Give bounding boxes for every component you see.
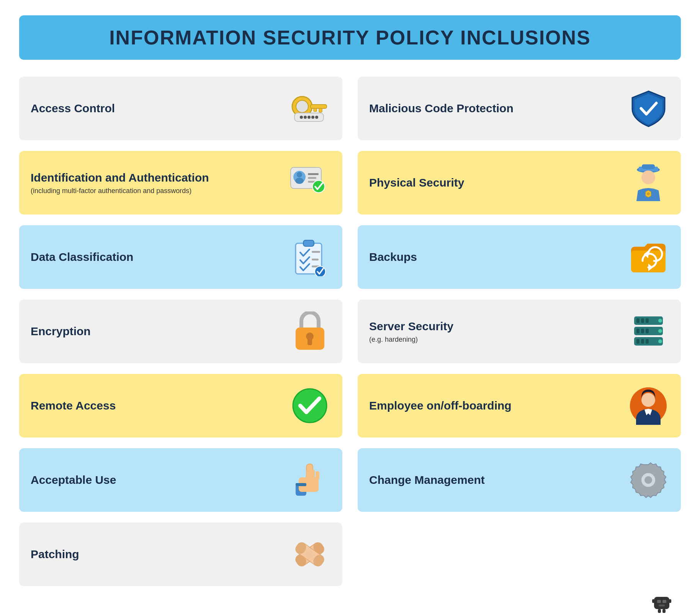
svg-point-14 bbox=[295, 178, 304, 184]
card-access-control: Access Control bbox=[19, 77, 342, 140]
card-physical-security: Physical Security bbox=[358, 151, 681, 215]
cards-grid: Access Control Mal bbox=[19, 77, 681, 586]
gear-icon bbox=[627, 459, 669, 501]
card-title-server-security: Server Security bbox=[369, 319, 627, 333]
clipboard-check-icon bbox=[289, 236, 331, 278]
svg-point-18 bbox=[312, 180, 325, 193]
card-title-malicious-code: Malicious Code Protection bbox=[369, 102, 627, 115]
svg-point-47 bbox=[658, 339, 662, 343]
svg-point-6 bbox=[300, 116, 303, 119]
svg-rect-49 bbox=[641, 339, 644, 344]
card-malicious-code: Malicious Code Protection bbox=[358, 77, 681, 140]
svg-point-22 bbox=[641, 170, 655, 184]
card-title-identification: Identification and Authentication bbox=[31, 171, 289, 185]
svg-point-42 bbox=[658, 329, 662, 333]
svg-point-13 bbox=[297, 172, 302, 177]
svg-point-37 bbox=[658, 319, 662, 323]
card-title-patching: Patching bbox=[31, 547, 289, 561]
card-title-access-control: Access Control bbox=[31, 102, 289, 115]
card-title-acceptable-use: Acceptable Use bbox=[31, 473, 289, 487]
card-data-classification: Data Classification bbox=[19, 225, 342, 289]
svg-rect-82 bbox=[652, 599, 654, 603]
svg-rect-2 bbox=[311, 105, 327, 108]
svg-rect-4 bbox=[314, 108, 317, 111]
svg-rect-58 bbox=[316, 471, 319, 480]
svg-point-1 bbox=[296, 100, 308, 113]
card-title-change-management: Change Management bbox=[369, 473, 627, 487]
svg-rect-3 bbox=[319, 108, 322, 112]
card-title-remote-access: Remote Access bbox=[31, 399, 289, 413]
svg-rect-83 bbox=[669, 599, 671, 603]
card-subtitle-server-security: (e.g. hardening) bbox=[369, 336, 627, 344]
svg-rect-60 bbox=[296, 483, 306, 486]
green-check-lock-icon bbox=[289, 385, 331, 427]
padlock-icon bbox=[289, 310, 331, 352]
key-icon bbox=[289, 87, 331, 129]
card-identification: Identification and Authentication (inclu… bbox=[19, 151, 342, 215]
card-title-physical-security: Physical Security bbox=[369, 176, 627, 190]
card-title-employee-onboarding: Employee on/off-boarding bbox=[369, 399, 627, 413]
card-title-backups: Backups bbox=[369, 250, 627, 264]
card-patching: Patching bbox=[19, 523, 342, 586]
svg-point-8 bbox=[307, 116, 311, 119]
svg-rect-84 bbox=[658, 609, 661, 613]
svg-point-10 bbox=[315, 116, 318, 119]
svg-point-51 bbox=[293, 389, 327, 423]
card-backups: Backups bbox=[358, 225, 681, 289]
employee-avatar-icon bbox=[627, 385, 669, 427]
brand-logo-icon bbox=[650, 594, 673, 615]
svg-point-23 bbox=[647, 192, 650, 195]
shield-check-icon bbox=[627, 87, 669, 129]
svg-rect-25 bbox=[303, 240, 314, 246]
svg-rect-16 bbox=[308, 177, 316, 179]
svg-point-9 bbox=[311, 116, 314, 119]
card-employee-onboarding: Employee on/off-boarding bbox=[358, 374, 681, 437]
svg-rect-57 bbox=[311, 470, 315, 479]
svg-point-53 bbox=[641, 393, 655, 407]
svg-point-62 bbox=[644, 476, 652, 484]
svg-rect-80 bbox=[662, 600, 666, 603]
bandaid-icon bbox=[289, 533, 331, 575]
svg-rect-81 bbox=[659, 605, 665, 606]
folder-sync-icon bbox=[627, 236, 669, 278]
svg-rect-27 bbox=[312, 259, 319, 260]
svg-rect-56 bbox=[306, 470, 310, 479]
footer-logo bbox=[19, 594, 681, 615]
svg-point-29 bbox=[315, 266, 325, 276]
header-banner: INFORMATION SECURITY POLICY INCLUSIONS bbox=[19, 15, 681, 60]
card-server-security: Server Security (e.g. hardening) bbox=[358, 300, 681, 363]
svg-rect-78 bbox=[654, 597, 669, 609]
thumbs-up-icon bbox=[289, 459, 331, 501]
officer-icon bbox=[627, 162, 669, 204]
svg-rect-39 bbox=[641, 318, 644, 323]
card-remote-access: Remote Access bbox=[19, 374, 342, 437]
svg-rect-85 bbox=[662, 609, 666, 613]
page-title: INFORMATION SECURITY POLICY INCLUSIONS bbox=[27, 26, 673, 49]
svg-rect-26 bbox=[312, 251, 320, 253]
svg-rect-44 bbox=[641, 329, 644, 333]
svg-rect-45 bbox=[646, 329, 649, 333]
card-encryption: Encryption bbox=[19, 300, 342, 363]
svg-rect-79 bbox=[657, 600, 661, 603]
card-acceptable-use: Acceptable Use bbox=[19, 448, 342, 512]
svg-rect-48 bbox=[636, 339, 639, 344]
svg-rect-21 bbox=[642, 164, 655, 169]
svg-rect-50 bbox=[646, 339, 649, 344]
card-change-management: Change Management bbox=[358, 448, 681, 512]
card-title-encryption: Encryption bbox=[31, 324, 289, 338]
svg-rect-38 bbox=[636, 318, 639, 323]
svg-point-7 bbox=[304, 116, 307, 119]
card-title-data-classification: Data Classification bbox=[31, 250, 289, 264]
id-card-icon bbox=[289, 162, 331, 204]
svg-rect-15 bbox=[308, 173, 319, 175]
svg-rect-40 bbox=[646, 318, 649, 323]
svg-rect-43 bbox=[636, 329, 639, 333]
server-stack-icon bbox=[627, 310, 669, 352]
card-subtitle-identification: (including multi-factor authentication a… bbox=[31, 187, 289, 195]
svg-rect-35 bbox=[307, 338, 312, 345]
